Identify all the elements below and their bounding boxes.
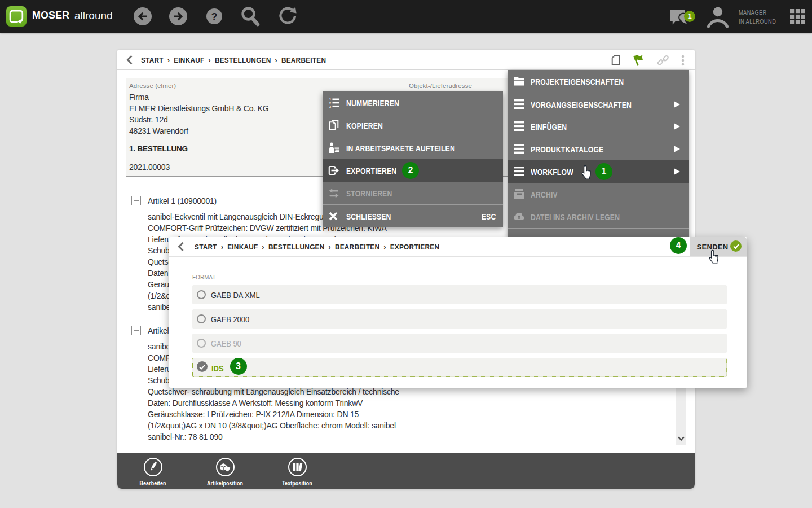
svg-text:2: 2 [329, 102, 331, 105]
svg-text:3: 3 [329, 105, 331, 108]
svg-text:?: ? [211, 11, 218, 23]
svg-text:1: 1 [329, 98, 331, 101]
